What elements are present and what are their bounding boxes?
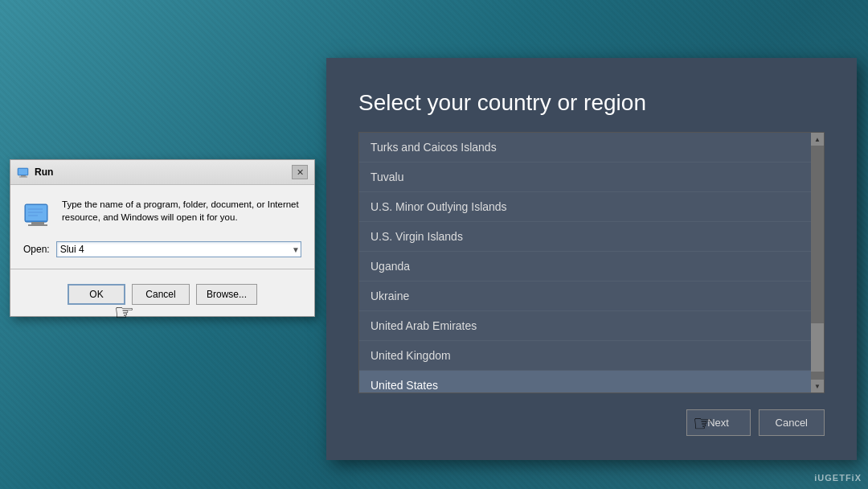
svg-rect-1: [18, 169, 27, 175]
scrollbar-thumb[interactable]: [811, 323, 824, 372]
run-titlebar: Run ✕: [10, 160, 314, 185]
country-list-container: Turks and Caicos IslandsTuvaluU.S. Minor…: [358, 132, 825, 393]
country-list-item[interactable]: Tuvalu: [359, 162, 811, 192]
cancel-button[interactable]: Cancel: [759, 409, 825, 436]
svg-rect-3: [19, 177, 27, 178]
run-dialog: Run ✕ Type the name of a program, folder…: [10, 159, 315, 317]
country-list-item[interactable]: Ukraine: [359, 281, 811, 311]
run-input-row: Open: ▼: [10, 238, 314, 269]
run-ok-button[interactable]: OK: [68, 284, 125, 305]
country-footer: Next Cancel: [358, 409, 825, 436]
run-body-icon: [23, 199, 52, 228]
country-list-item[interactable]: Turks and Caicos Islands: [359, 133, 811, 162]
country-list-item[interactable]: U.S. Virgin Islands: [359, 222, 811, 252]
run-icon: [17, 166, 30, 179]
svg-rect-6: [31, 222, 44, 224]
country-list-item[interactable]: U.S. Minor Outlying Islands: [359, 192, 811, 222]
run-open-label: Open:: [23, 244, 50, 255]
country-list-item[interactable]: United Arab Emirates: [359, 311, 811, 341]
scrollbar-track: [811, 146, 824, 380]
run-close-button[interactable]: ✕: [292, 165, 308, 179]
country-list[interactable]: Turks and Caicos IslandsTuvaluU.S. Minor…: [359, 133, 811, 392]
scrollbar-up-button[interactable]: ▲: [811, 133, 824, 146]
next-button[interactable]: Next: [686, 409, 751, 436]
run-body: Type the name of a program, folder, docu…: [10, 185, 314, 238]
country-dialog-title: Select your country or region: [358, 90, 825, 116]
country-list-item[interactable]: Uganda: [359, 252, 811, 281]
run-titlebar-left: Run: [17, 166, 53, 179]
run-input-wrapper: ▼: [56, 241, 301, 257]
run-browse-button[interactable]: Browse...: [196, 284, 257, 305]
scrollbar: ▲ ▼: [811, 133, 824, 392]
country-list-item[interactable]: United States: [359, 371, 811, 392]
run-buttons: OK Cancel Browse...: [10, 277, 314, 316]
svg-rect-2: [21, 175, 26, 177]
country-list-item[interactable]: United Kingdom: [359, 341, 811, 371]
svg-rect-7: [28, 224, 47, 226]
run-description: Type the name of a program, folder, docu…: [62, 198, 301, 224]
run-input[interactable]: [56, 241, 301, 257]
run-divider: [10, 269, 314, 269]
run-title: Run: [35, 166, 53, 178]
country-dialog: Select your country or region Turks and …: [326, 58, 857, 460]
run-cancel-button[interactable]: Cancel: [132, 284, 190, 305]
watermark: iUGETFiX: [814, 473, 862, 483]
scrollbar-down-button[interactable]: ▼: [811, 380, 824, 392]
